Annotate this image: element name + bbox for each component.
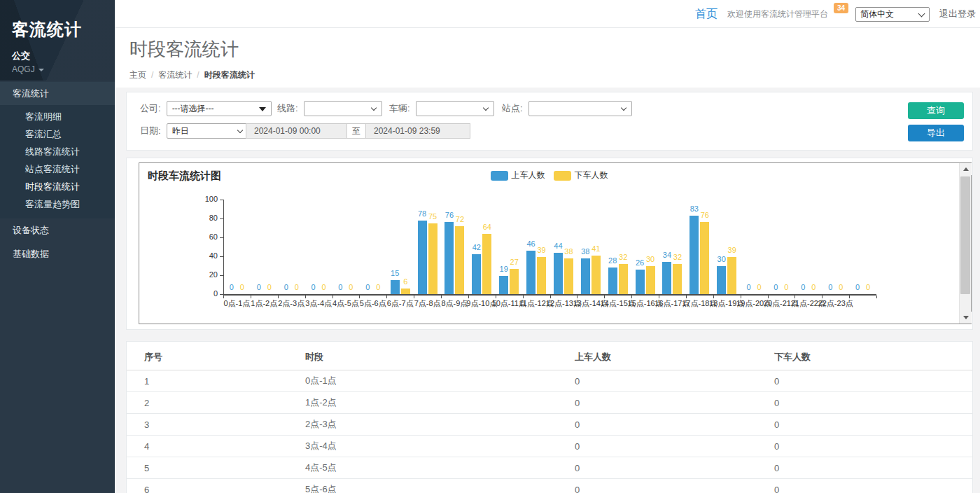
topbar: 首页 欢迎使用客流统计管理平台 34 简体中文 退出登录 xyxy=(115,0,980,28)
bar-下车人数-12点-13点[interactable] xyxy=(564,258,573,294)
chevron-down-icon xyxy=(237,127,242,133)
dropdown-arrow-icon xyxy=(259,107,266,111)
col-header-period: 时段 xyxy=(305,342,575,370)
language-value: 简体中文 xyxy=(860,9,894,19)
sidebar-item[interactable]: 时段客流统计 xyxy=(0,178,115,195)
bar-下车人数-8点-9点[interactable] xyxy=(455,226,464,294)
sidebar-item[interactable]: 站点客流统计 xyxy=(0,160,115,178)
chart-legend: 上车人数 下车人数 xyxy=(139,169,959,181)
scroll-down-button[interactable] xyxy=(960,312,972,324)
page-title: 时段客流统计 xyxy=(130,37,980,62)
col-header-index: 序号 xyxy=(127,342,305,370)
chevron-down-icon xyxy=(482,105,488,111)
breadcrumb-passenger-stats[interactable]: 客流统计 xyxy=(158,70,192,80)
legend-swatch-alighting xyxy=(554,171,571,181)
caret-down-icon xyxy=(38,69,44,71)
bar-下车人数-16点-17点[interactable] xyxy=(673,264,682,294)
legend-item-alighting[interactable]: 下车人数 xyxy=(554,169,608,181)
chart-panel: 时段车流统计图 上车人数 下车人数 020406080100000点-1点001… xyxy=(126,158,973,330)
col-header-alighting: 下车人数 xyxy=(774,342,972,370)
scrollbar-thumb[interactable] xyxy=(960,176,970,294)
bar-上车人数-15点-16点[interactable] xyxy=(636,270,645,294)
legend-swatch-boarding xyxy=(491,171,508,181)
x-axis-label: 22点-23点 xyxy=(818,298,853,309)
sidebar-item-base-data[interactable]: 基础数据 xyxy=(0,242,115,266)
bar-上车人数-11点-12点[interactable] xyxy=(526,251,536,294)
language-select[interactable]: 简体中文 xyxy=(855,7,930,22)
user-menu[interactable]: AQGJ xyxy=(12,64,115,74)
arrow-up-icon xyxy=(963,167,969,171)
arrow-down-icon xyxy=(963,316,969,319)
bar-下车人数-10点-11点[interactable] xyxy=(510,269,519,295)
date-label: 日期: xyxy=(140,125,161,137)
bar-下车人数-11点-12点[interactable] xyxy=(537,257,546,294)
user-name: AQGJ xyxy=(12,64,35,74)
table-row: 32点-3点00 xyxy=(127,414,972,436)
query-button[interactable]: 查询 xyxy=(908,102,964,119)
company-select[interactable]: ---请选择--- xyxy=(167,101,272,116)
welcome-text: 欢迎使用客流统计管理平台 xyxy=(727,8,828,20)
scroll-up-button[interactable] xyxy=(960,163,972,175)
main-area: 首页 欢迎使用客流统计管理平台 34 简体中文 退出登录 时段客流统计 主页/客… xyxy=(115,0,980,493)
table-row: 54点-5点00 xyxy=(127,457,972,479)
sidebar-nav: 客流统计 客流明细客流汇总线路客流统计站点客流统计时段客流统计客流量趋势图 设备… xyxy=(0,82,115,266)
x-axis-label: 4点-5点 xyxy=(332,298,359,309)
col-header-boarding: 上车人数 xyxy=(575,342,774,370)
bar-上车人数-14点-15点[interactable] xyxy=(608,268,617,294)
bar-下车人数-7点-8点[interactable] xyxy=(428,223,438,294)
bar-上车人数-7点-8点[interactable] xyxy=(418,221,427,294)
chart-scrollbar[interactable] xyxy=(959,163,971,324)
bar-下车人数-15点-16点[interactable] xyxy=(646,266,655,295)
breadcrumb-home[interactable]: 主页 xyxy=(130,70,146,80)
sidebar-item[interactable]: 客流明细 xyxy=(0,108,115,125)
chevron-down-icon xyxy=(370,105,376,111)
notification-badge[interactable]: 34 xyxy=(834,3,848,13)
bar-上车人数-8点-9点[interactable] xyxy=(444,222,454,294)
line-label: 线路: xyxy=(277,102,298,115)
org-name: 公交 xyxy=(12,50,115,62)
sidebar-item-device-status[interactable]: 设备状态 xyxy=(0,218,115,242)
home-link[interactable]: 首页 xyxy=(695,7,718,22)
bar-上车人数-13点-14点[interactable] xyxy=(581,258,590,294)
sidebar-item[interactable]: 客流量趋势图 xyxy=(0,195,115,213)
date-start-input[interactable]: 2024-01-09 00:00 xyxy=(246,123,347,139)
table-row: 65点-6点00 xyxy=(127,479,972,493)
date-preset-select[interactable]: 昨日 xyxy=(167,123,248,139)
line-select[interactable] xyxy=(304,101,382,116)
submenu: 客流明细客流汇总线路客流统计站点客流统计时段客流统计客流量趋势图 xyxy=(0,105,115,218)
brand-area: 客流统计 公交 AQGJ xyxy=(0,0,115,81)
content: 公司: ---请选择--- 线路: 车辆: xyxy=(115,88,980,493)
station-select[interactable] xyxy=(528,101,632,116)
x-axis-label: 3点-4点 xyxy=(305,298,332,309)
vehicle-label: 车辆: xyxy=(389,102,410,115)
breadcrumb-current: 时段客流统计 xyxy=(204,70,255,80)
sidebar-item[interactable]: 客流汇总 xyxy=(0,125,115,143)
station-label: 站点: xyxy=(502,102,523,115)
x-axis-label: 1点-2点 xyxy=(251,298,277,309)
chevron-down-icon xyxy=(918,10,925,17)
logout-link[interactable]: 退出登录 xyxy=(939,8,976,20)
bar-下车人数-14点-15点[interactable] xyxy=(619,264,628,294)
export-button[interactable]: 导出 xyxy=(908,125,964,141)
bar-下车人数-6点-7点[interactable] xyxy=(401,289,410,294)
legend-item-boarding[interactable]: 上车人数 xyxy=(491,169,545,181)
x-axis-label: 5点-6点 xyxy=(360,298,386,309)
vehicle-select[interactable] xyxy=(416,101,494,116)
sidebar-group-passenger-stats[interactable]: 客流统计 xyxy=(0,82,115,105)
table-row: 10点-1点00 xyxy=(127,370,972,392)
time-period-table: 序号 时段 上车人数 下车人数 10点-1点0021点-2点0032点-3点00… xyxy=(127,342,972,493)
bar-下车人数-9点-10点[interactable] xyxy=(482,234,491,294)
bar-上车人数-17点-18点[interactable] xyxy=(690,216,699,294)
table-row: 43点-4点00 xyxy=(127,436,972,457)
chevron-down-icon xyxy=(620,105,626,111)
bar-上车人数-10点-11点[interactable] xyxy=(499,276,508,294)
bar-上车人数-18点-19点[interactable] xyxy=(717,266,726,295)
date-to-label: 至 xyxy=(347,123,365,139)
bar-上车人数-16点-17点[interactable] xyxy=(662,262,671,294)
x-axis-label: 6点-7点 xyxy=(387,298,414,309)
date-end-input[interactable]: 2024-01-09 23:59 xyxy=(365,123,470,139)
sidebar-item[interactable]: 线路客流统计 xyxy=(0,143,115,160)
filter-panel: 公司: ---请选择--- 线路: 车辆: xyxy=(126,92,973,151)
bar-上车人数-12点-13点[interactable] xyxy=(554,253,563,294)
bar-上车人数-9点-10点[interactable] xyxy=(472,254,481,294)
